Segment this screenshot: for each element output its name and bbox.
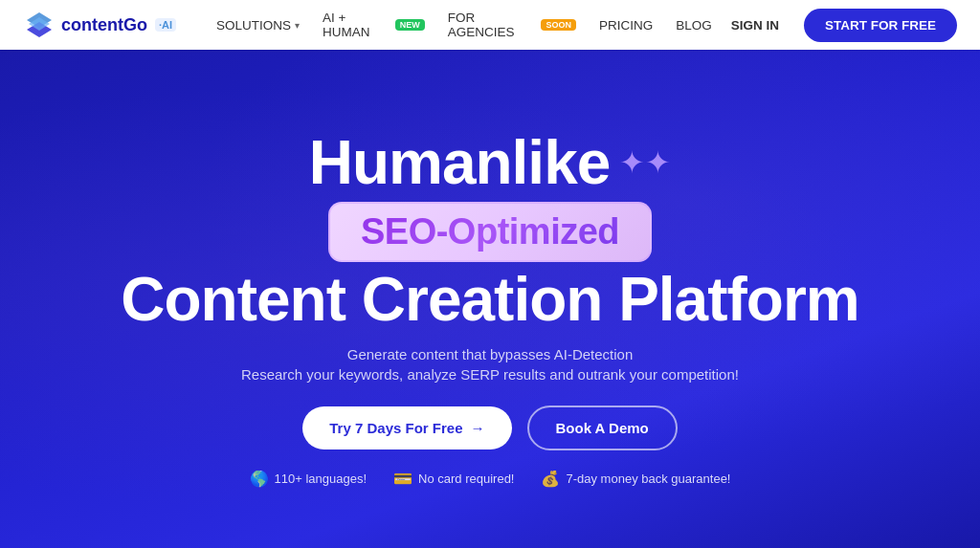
seo-badge: SEO-Optimized bbox=[328, 202, 652, 262]
book-demo-button[interactable]: Book A Demo bbox=[527, 406, 678, 450]
nav-links: SOLUTIONS ▾ AI + HUMAN NEW FOR AGENCIES … bbox=[207, 5, 722, 45]
hero-cta-row: Try 7 Days For Free → Book A Demo bbox=[121, 406, 858, 450]
sparkle-icon: ✦✦ bbox=[619, 144, 671, 181]
seo-badge-text: SEO-Optimized bbox=[361, 211, 619, 252]
hero-main-title: Content Creation Platform bbox=[121, 266, 858, 333]
feature-no-card: 💳 No card required! bbox=[393, 470, 514, 488]
feature-languages: 🌎 110+ languages! bbox=[250, 470, 368, 488]
new-badge: NEW bbox=[395, 19, 425, 31]
nav-right: SIGN IN START FOR FREE bbox=[722, 9, 957, 42]
money-icon: 💰 bbox=[541, 470, 560, 488]
soon-badge: SOON bbox=[541, 19, 576, 31]
sign-in-button[interactable]: SIGN IN bbox=[722, 12, 789, 38]
arrow-icon: → bbox=[471, 420, 485, 436]
navbar: contentGo ·AI SOLUTIONS ▾ AI + HUMAN NEW… bbox=[0, 0, 980, 50]
try-free-label: Try 7 Days For Free bbox=[329, 420, 462, 436]
ai-badge: ·AI bbox=[155, 18, 176, 32]
no-card-label: No card required! bbox=[418, 471, 514, 486]
hero-subtitle-1: Generate content that bypasses AI-Detect… bbox=[121, 346, 858, 362]
hero-subtitle-2: Research your keywords, analyze SERP res… bbox=[121, 366, 858, 383]
money-back-label: 7-day money back guarantee! bbox=[566, 471, 730, 486]
brand-name: contentGo bbox=[61, 15, 147, 35]
hero-content: Humanlike ✦✦ SEO-Optimized Content Creat… bbox=[121, 129, 858, 489]
logo[interactable]: contentGo ·AI bbox=[23, 9, 176, 41]
languages-label: 110+ languages! bbox=[275, 471, 368, 486]
feature-money-back: 💰 7-day money back guarantee! bbox=[541, 470, 730, 488]
nav-ai-human[interactable]: AI + HUMAN NEW bbox=[313, 5, 434, 45]
nav-blog[interactable]: BLOG bbox=[666, 12, 722, 38]
nav-for-agencies[interactable]: FOR AGENCIES SOON bbox=[438, 5, 586, 45]
nav-pricing[interactable]: PRICING bbox=[590, 12, 662, 38]
try-free-button[interactable]: Try 7 Days For Free → bbox=[302, 406, 511, 449]
seo-badge-container: SEO-Optimized bbox=[121, 202, 858, 262]
nav-solutions[interactable]: SOLUTIONS ▾ bbox=[207, 12, 309, 38]
hero-title-row1: Humanlike ✦✦ bbox=[121, 129, 858, 196]
start-free-button[interactable]: START FOR FREE bbox=[804, 9, 957, 42]
hero-humanlike-text: Humanlike bbox=[309, 129, 611, 196]
card-icon: 💳 bbox=[393, 470, 412, 488]
languages-icon: 🌎 bbox=[250, 470, 269, 488]
hero-section: Humanlike ✦✦ SEO-Optimized Content Creat… bbox=[0, 50, 980, 548]
chevron-down-icon: ▾ bbox=[295, 20, 300, 31]
logo-icon bbox=[23, 9, 56, 41]
hero-features-row: 🌎 110+ languages! 💳 No card required! 💰 … bbox=[121, 470, 858, 488]
